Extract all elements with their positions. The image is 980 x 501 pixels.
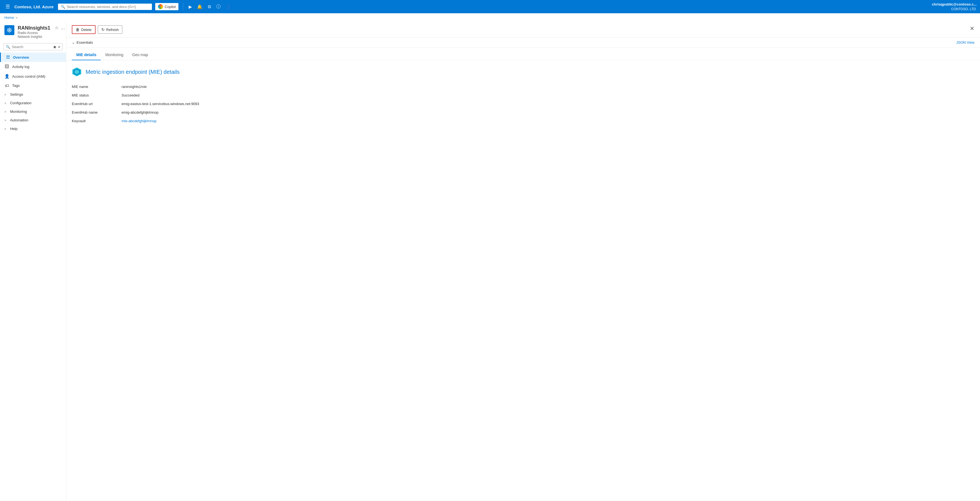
- overview-icon: ☷: [5, 55, 10, 60]
- essentials-header: ⌄ Essentials JSON View: [72, 38, 974, 47]
- sidebar-item-label-automation: Automation: [10, 118, 28, 122]
- settings-arrow: >: [5, 93, 6, 96]
- sidebar-search-icon: 🔍: [6, 45, 10, 49]
- svg-point-0: [9, 29, 10, 31]
- sidebar-item-monitoring[interactable]: > Monitoring: [0, 107, 66, 116]
- sidebar: RANInsights1 Radio Access Network Insigh…: [0, 22, 66, 501]
- resource-title: RANInsights1: [18, 25, 50, 31]
- mie-field-label-4: Keyvault: [72, 116, 121, 125]
- notification-icon[interactable]: 🔔: [197, 4, 202, 10]
- mie-field-value-1: Succeeded: [121, 91, 974, 99]
- ran-insights-icon: [6, 27, 13, 33]
- resource-subtitle: Radio Access Network Insights: [18, 31, 50, 39]
- sidebar-search-input[interactable]: [12, 45, 52, 49]
- refresh-button[interactable]: ↻ Refresh: [98, 26, 123, 34]
- filter-icon[interactable]: ◈: [53, 45, 56, 49]
- search-icon: 🔍: [61, 5, 65, 9]
- close-button[interactable]: ✕: [970, 25, 974, 32]
- user-org: CONTOSO, LTD.: [932, 7, 977, 12]
- svg-point-5: [6, 66, 6, 67]
- breadcrumb-home[interactable]: Home: [5, 16, 14, 20]
- settings-icon[interactable]: ⚙: [207, 4, 211, 10]
- sidebar-item-help[interactable]: > Help: [0, 124, 66, 133]
- automation-arrow: >: [5, 119, 6, 122]
- monitoring-arrow: >: [5, 110, 6, 113]
- refresh-label: Refresh: [107, 28, 119, 32]
- mie-field-label-1: MIE status: [72, 91, 121, 99]
- activity-log-icon: [5, 64, 10, 69]
- sidebar-item-label-monitoring: Monitoring: [10, 110, 27, 113]
- sidebar-item-label-access-control: Access control (IAM): [12, 74, 45, 78]
- nav-icons: ▶ 🔔 ⚙ ⓘ 👤: [189, 4, 231, 10]
- resource-info: RANInsights1 Radio Access Network Insigh…: [18, 25, 50, 39]
- resource-header-actions: ☆ …: [55, 25, 65, 30]
- favorite-icon[interactable]: ☆: [55, 25, 59, 30]
- help-arrow: >: [5, 127, 6, 131]
- refresh-icon: ↻: [101, 27, 105, 32]
- svg-point-7: [6, 67, 6, 67]
- delete-icon: 🗑: [76, 27, 80, 32]
- sidebar-item-label-overview: Overview: [13, 55, 29, 59]
- sidebar-item-label-configuration: Configuration: [10, 101, 31, 105]
- feedback-icon[interactable]: 👤: [226, 4, 231, 10]
- help-icon[interactable]: ⓘ: [216, 4, 221, 10]
- sidebar-item-automation[interactable]: > Automation: [0, 116, 66, 124]
- sidebar-item-label-tags: Tags: [12, 83, 20, 88]
- mie-field-value-3: emig-abcdefghijklmnop: [121, 108, 974, 116]
- sidebar-item-label-settings: Settings: [10, 93, 23, 96]
- mie-field-value-4[interactable]: mie-abcdefghijklmnop: [121, 116, 974, 125]
- sidebar-item-overview[interactable]: ☷ Overview: [0, 53, 66, 62]
- copilot-icon: [158, 4, 163, 9]
- user-menu[interactable]: chrisqpublic@contoso.c... CONTOSO, LTD.: [932, 2, 977, 12]
- essentials-chevron-icon: ⌄: [72, 40, 75, 45]
- configuration-arrow: >: [5, 102, 6, 105]
- tab-geo-map[interactable]: Geo map: [128, 50, 153, 60]
- json-view-link[interactable]: JSON View: [956, 40, 974, 45]
- sidebar-item-label-help: Help: [10, 127, 18, 131]
- mie-details-table: MIE name raninsights1mie MIE status Succ…: [72, 82, 974, 125]
- more-options-icon[interactable]: …: [61, 26, 65, 30]
- sidebar-item-activity-log[interactable]: Activity log: [0, 62, 66, 72]
- mie-header: Metric ingestion endpoint (MIE) details: [72, 67, 974, 77]
- tab-mie-details[interactable]: MIE details: [72, 50, 101, 60]
- mie-field-value-0: raninsights1mie: [121, 82, 974, 91]
- mie-details-section: Metric ingestion endpoint (MIE) details …: [66, 60, 980, 132]
- hamburger-menu[interactable]: ☰: [3, 3, 12, 11]
- terminal-icon[interactable]: ▶: [189, 4, 192, 10]
- svg-point-3: [6, 65, 6, 66]
- sidebar-item-label-activity-log: Activity log: [12, 65, 29, 69]
- main-content: 🗑 Delete ↻ Refresh ✕ ⌄ Essentials JSON V…: [66, 22, 980, 501]
- mie-field-label-2: EventHub url: [72, 99, 121, 108]
- mie-field-value-2: emig-eastus-test-1.servicebus.windows.ne…: [121, 99, 974, 108]
- essentials-toggle[interactable]: ⌄ Essentials: [72, 40, 93, 45]
- sidebar-item-tags[interactable]: 🏷 Tags: [0, 81, 66, 90]
- tab-monitoring[interactable]: Monitoring: [101, 50, 127, 60]
- essentials-title-text: Essentials: [76, 40, 93, 45]
- sidebar-item-access-control[interactable]: 👤 Access control (IAM): [0, 72, 66, 81]
- sidebar-item-settings[interactable]: > Settings: [0, 90, 66, 99]
- collapse-icon[interactable]: «: [58, 45, 60, 49]
- main-toolbar: 🗑 Delete ↻ Refresh ✕: [66, 22, 980, 38]
- mie-section-icon: [72, 67, 82, 77]
- breadcrumb: Home >: [0, 13, 980, 22]
- delete-label: Delete: [81, 28, 92, 32]
- mie-field-label-0: MIE name: [72, 82, 121, 91]
- global-search-input[interactable]: [67, 5, 138, 9]
- sidebar-search-box[interactable]: 🔍 ◈ «: [3, 43, 63, 50]
- copilot-button[interactable]: Copilot: [155, 3, 178, 10]
- breadcrumb-separator: >: [16, 16, 18, 19]
- sidebar-nav: ☷ Overview Activity log: [0, 53, 66, 133]
- activity-icon-svg: [5, 64, 9, 69]
- delete-button[interactable]: 🗑 Delete: [72, 25, 95, 34]
- resource-header: RANInsights1 Radio Access Network Insigh…: [0, 22, 66, 41]
- global-search-box[interactable]: 🔍: [58, 3, 152, 10]
- resource-icon: [5, 25, 14, 35]
- tabs-container: MIE details Monitoring Geo map: [66, 50, 980, 60]
- copilot-label: Copilot: [165, 5, 176, 9]
- access-control-icon: 👤: [5, 74, 10, 79]
- sidebar-item-configuration[interactable]: > Configuration: [0, 99, 66, 107]
- essentials-section: ⌄ Essentials JSON View: [66, 38, 980, 48]
- tags-icon: 🏷: [5, 83, 10, 88]
- mie-field-label-3: EventHub name: [72, 108, 121, 116]
- username: chrisqpublic@contoso.c...: [932, 2, 977, 7]
